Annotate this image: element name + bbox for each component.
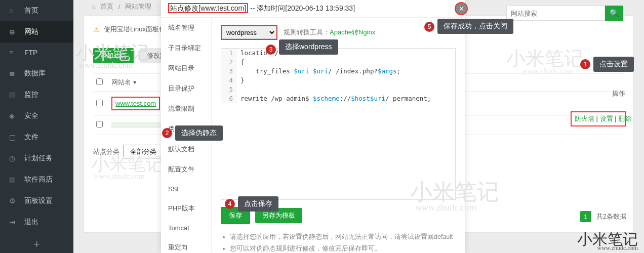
sidebar-item-files[interactable]: ▢文件: [0, 126, 73, 148]
rule-convert-link[interactable]: Apache转Nginx: [330, 28, 375, 36]
shield-icon: ◈: [9, 112, 18, 120]
sidebar-item-label: 文件: [24, 133, 38, 142]
page-current[interactable]: 1: [580, 211, 591, 222]
close-icon: ✕: [459, 5, 464, 13]
site-domain-link[interactable]: www.test.com: [115, 100, 156, 107]
settings-icon: ⚙: [9, 197, 18, 205]
sidebar-item-monitor[interactable]: ▤监控: [0, 84, 73, 105]
actions-column: 操作 防火墙 | 设置 | 删除: [571, 89, 626, 126]
sidebar-item-ftp[interactable]: ≡FTP: [0, 43, 73, 63]
mside-domain[interactable]: 域名管理: [161, 18, 211, 38]
pager: 1 共2条数据: [580, 211, 626, 222]
sidebar-item-label: 计划任务: [24, 154, 53, 163]
actions-head: 操作: [571, 89, 626, 98]
search-wrap: 🔍: [506, 6, 623, 21]
file-icon: ▢: [9, 133, 18, 141]
sidebar-item-home[interactable]: ⌂首页: [0, 0, 73, 21]
store-icon: ▦: [9, 176, 18, 184]
select-all-checkbox[interactable]: [96, 78, 103, 85]
search-input[interactable]: [506, 6, 605, 21]
sidebar-item-logout[interactable]: ⇥退出: [0, 212, 73, 233]
callout-3: 3选择wordpress: [266, 39, 338, 55]
callout-1: 1点击设置: [580, 57, 634, 72]
notes: 请选择您的应用，若设置伪静态后，网站无法正常访问，请尝试设置回default 您…: [221, 231, 456, 252]
mside-traffic[interactable]: 流量限制: [161, 99, 211, 119]
row-checkbox[interactable]: [96, 121, 103, 128]
sidebar-item-label: 面板设置: [24, 196, 53, 205]
sidebar-item-website[interactable]: ⊕网站: [0, 21, 73, 43]
sidebar: ⌂首页 ⊕网站 ≡FTP ≣数据库 ▤监控 ◈安全 ▢文件 ◷计划任务 ▦软件商…: [0, 0, 73, 253]
mside-redirect[interactable]: 重定向: [161, 237, 211, 252]
sidebar-item-panel-settings[interactable]: ⚙面板设置: [0, 190, 73, 212]
col-site-name[interactable]: 网站名 ▾: [111, 78, 137, 87]
page-total: 共2条数据: [596, 212, 626, 221]
search-icon: 🔍: [610, 9, 619, 18]
home-icon: ⌂: [91, 3, 95, 11]
delete-link[interactable]: 删除: [618, 115, 631, 122]
home-icon: ⌂: [9, 7, 18, 15]
modal-close-button[interactable]: ✕: [455, 2, 468, 15]
callout-2: 2选择伪静态: [162, 125, 223, 141]
sidebar-item-label: 安全: [24, 111, 38, 120]
breadcrumb-current: 网站管理: [125, 2, 151, 11]
monitor-icon: ▤: [9, 91, 18, 99]
mside-config[interactable]: 配置文件: [161, 159, 211, 180]
search-button[interactable]: 🔍: [605, 6, 623, 21]
modal-title: 站点修改[www.test.com] -- 添加时间[2020-06-13 13…: [161, 0, 465, 18]
sort-icon: ▾: [133, 78, 137, 86]
callout-4: 4点击保存: [225, 196, 278, 212]
sidebar-item-database[interactable]: ≣数据库: [0, 63, 73, 84]
sidebar-item-security[interactable]: ◈安全: [0, 105, 73, 126]
sidebar-add[interactable]: +: [0, 233, 73, 253]
mside-ssl[interactable]: SSL: [161, 180, 211, 198]
sidebar-item-store[interactable]: ▦软件商店: [0, 169, 73, 190]
firewall-link[interactable]: 防火墙: [575, 115, 594, 122]
sidebar-item-label: 软件商店: [24, 175, 53, 184]
mside-subdir[interactable]: 子目录绑定: [161, 38, 211, 58]
settings-link[interactable]: 设置: [600, 115, 613, 122]
sidebar-item-label: 监控: [24, 90, 38, 99]
row-actions: 防火墙 | 设置 | 删除: [571, 111, 626, 126]
rewrite-template-select[interactable]: wordpress: [222, 26, 276, 39]
clock-icon: ◷: [9, 154, 18, 162]
ftp-icon: ≡: [9, 49, 18, 57]
rewrite-code-editor[interactable]: 1location / 2{ 3 try_files $uri $uri/ /i…: [221, 48, 456, 200]
note-item: 您可以对伪静态规则进行修改，修改完后保存即可。: [230, 243, 456, 253]
sidebar-item-label: 退出: [24, 218, 38, 227]
logout-icon: ⇥: [9, 218, 18, 226]
sidebar-item-cron[interactable]: ◷计划任务: [0, 148, 73, 169]
mside-webdir[interactable]: 网站目录: [161, 58, 211, 78]
mside-dirprotect[interactable]: 目录保护: [161, 78, 211, 99]
breadcrumb-home[interactable]: 首页: [100, 2, 113, 11]
db-icon: ≣: [9, 69, 18, 77]
note-item: 请选择您的应用，若设置伪静态后，网站无法正常访问，请尝试设置回default: [230, 231, 456, 243]
sidebar-item-label: 网站: [24, 27, 38, 36]
sidebar-item-label: 数据库: [24, 69, 46, 78]
globe-icon: ⊕: [9, 28, 18, 36]
sidebar-item-label: FTP: [24, 49, 37, 57]
mside-defaultdoc[interactable]: 默认文档: [161, 139, 211, 159]
rule-label: 规则转换工具：Apache转Nginx: [284, 28, 375, 37]
mside-php[interactable]: PHP版本: [161, 198, 211, 219]
sidebar-item-label: 首页: [24, 6, 38, 15]
warning-icon: ⚠: [93, 25, 100, 33]
modal-main: wordpress 规则转换工具：Apache转Nginx 1location …: [212, 18, 465, 252]
mside-tomcat[interactable]: Tomcat: [161, 219, 211, 237]
category-label: 站点分类: [93, 147, 119, 156]
callout-5: 5保存成功，点击关闭: [424, 19, 513, 34]
add-site-button[interactable]: 添加站点: [93, 48, 134, 63]
row-checkbox[interactable]: [96, 100, 103, 106]
